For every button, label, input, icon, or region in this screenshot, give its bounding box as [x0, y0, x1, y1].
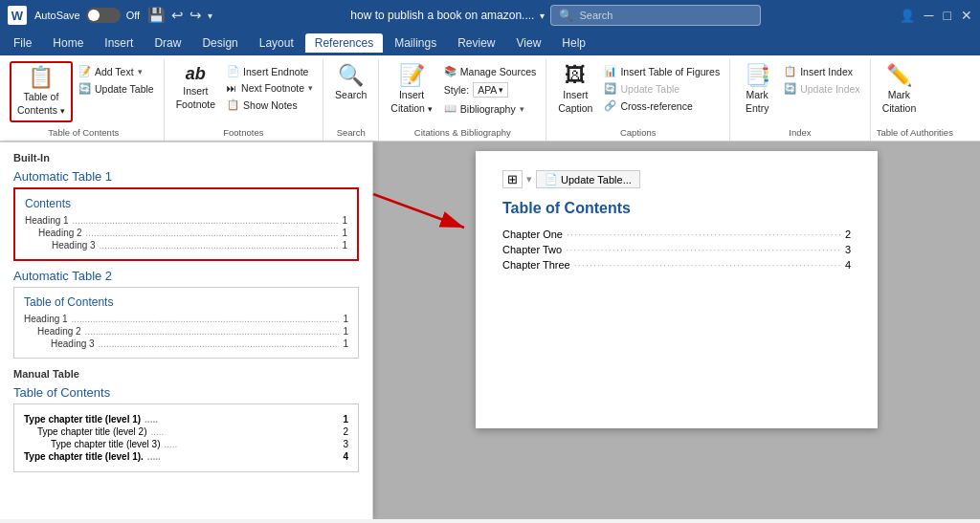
share-icon[interactable]: 👤: [900, 9, 915, 23]
update-table-icon-doc: 📄: [545, 173, 558, 185]
mark-citation-icon: ✏️: [886, 65, 912, 86]
menu-item-home[interactable]: Home: [43, 33, 93, 53]
dropdown-icon[interactable]: ▾: [208, 11, 212, 21]
doc-page-toolbar: ⊞ ▾ 📄 Update Table...: [502, 170, 851, 188]
captions-sub-buttons: 📊 Insert Table of Figures 🔄 Update Table…: [600, 61, 724, 114]
menu-item-references[interactable]: References: [305, 33, 383, 53]
save-icon[interactable]: 💾: [147, 7, 166, 24]
auto-table-2-preview[interactable]: Table of Contents Heading 1 ............…: [13, 287, 359, 359]
quick-access-toolbar: 💾 ↩ ↪ ▾: [147, 7, 212, 24]
update-table-button[interactable]: 🔄 Update Table: [75, 80, 158, 97]
update-table-button[interactable]: 📄 Update Table...: [536, 170, 640, 188]
mark-citation-group-label: Table of Authorities: [877, 125, 953, 141]
toc-icon: 📋: [28, 67, 54, 88]
citations-sub-buttons: 📚 Manage Sources Style: APA ▾ 📖 Bibliogr…: [440, 61, 540, 117]
mark-citation-label: MarkCitation: [882, 89, 917, 115]
insert-table-figures-button[interactable]: 📊 Insert Table of Figures: [600, 63, 724, 79]
footnote-icon: ab: [186, 65, 206, 82]
style-combo[interactable]: Style: APA ▾: [440, 80, 540, 99]
bibliography-icon: 📖: [444, 102, 457, 115]
restore-icon[interactable]: □: [944, 8, 951, 23]
title-dropdown-icon[interactable]: ▾: [540, 11, 545, 21]
update-caption-table-button[interactable]: 🔄 Update Table: [600, 80, 724, 97]
auto-table-1-row-1: Heading 2 ..............................…: [25, 227, 347, 239]
menu-item-mailings[interactable]: Mailings: [385, 33, 446, 53]
citation-label: InsertCitation ▾: [390, 89, 433, 115]
main-area: Built-In Automatic Table 1 Contents Head…: [0, 142, 980, 519]
menu-item-layout[interactable]: Layout: [250, 33, 303, 53]
auto-table-1-title: Automatic Table 1: [13, 169, 359, 184]
apa-dropdown-arrow: ▾: [499, 85, 503, 95]
autosave-toggle[interactable]: [86, 8, 121, 23]
minimize-icon[interactable]: ─: [924, 8, 934, 23]
manage-sources-button[interactable]: 📚 Manage Sources: [440, 63, 540, 79]
menu-item-insert[interactable]: Insert: [95, 33, 143, 53]
auto-table-1-row-2: Heading 3 ..............................…: [25, 239, 347, 251]
auto-table-1-preview[interactable]: Contents Heading 1 .....................…: [13, 187, 359, 261]
title-search-bar[interactable]: 🔍 Search: [550, 5, 761, 26]
captions-group-label: Captions: [552, 125, 724, 141]
menu-item-review[interactable]: Review: [448, 33, 504, 53]
title-bar-center: how to publish a book on amazon.... ▾ 🔍 …: [220, 5, 891, 26]
chapter-two-num: 3: [845, 244, 851, 255]
manual-table-label: Manual Table: [13, 368, 359, 380]
chapter-two-dots: ········································…: [566, 244, 841, 255]
ribbon: 📋 Table ofContents ▾ 📝 Add Text ▾ 🔄 Upda…: [0, 55, 980, 142]
style-label: Style:: [444, 84, 469, 96]
chapter-three-dots: ········································…: [574, 259, 841, 271]
auto-table-2-heading: Table of Contents: [24, 295, 348, 309]
table-figures-icon: 📊: [604, 65, 616, 77]
auto-table-2-section: Automatic Table 2 Table of Contents Head…: [13, 269, 359, 359]
manual-row-3: Type chapter title (level 1). ..... 4: [24, 451, 348, 462]
chapter-one-dots: ········································…: [567, 229, 841, 240]
search-button[interactable]: 🔍 Search: [329, 61, 372, 106]
show-notes-button[interactable]: 📋 Show Notes: [223, 97, 317, 113]
chapter-three-text: Chapter Three: [502, 259, 570, 271]
insert-footnote-button[interactable]: ab InsertFootnote: [170, 61, 221, 115]
bibliography-button[interactable]: 📖 Bibliography ▾: [440, 100, 540, 117]
next-footnote-button[interactable]: ⏭ Next Footnote ▾: [223, 80, 317, 96]
mark-entry-button[interactable]: 📑 MarkEntry: [736, 61, 778, 119]
chapter-two-text: Chapter Two: [502, 244, 562, 255]
citation-icon: 📝: [399, 65, 425, 86]
manual-row-0: Type chapter title (level 1) ..... 1: [24, 414, 348, 425]
footnotes-sub-buttons: 📄 Insert Endnote ⏭ Next Footnote ▾ 📋 Sho…: [223, 61, 317, 113]
show-notes-icon: 📋: [227, 98, 239, 111]
search-ribbon-label: Search: [335, 89, 367, 102]
add-text-button[interactable]: 📝 Add Text ▾: [75, 63, 158, 79]
ribbon-group-search: 🔍 Search Search: [323, 59, 379, 141]
menu-item-design[interactable]: Design: [192, 33, 247, 53]
index-sub-buttons: 📋 Insert Index 🔄 Update Index: [780, 61, 863, 97]
apa-style-selector[interactable]: APA ▾: [473, 82, 508, 98]
ribbon-group-citations: 📝 InsertCitation ▾ 📚 Manage Sources Styl…: [379, 59, 546, 141]
menu-item-help[interactable]: Help: [552, 33, 595, 53]
auto-table-1-heading: Contents: [25, 197, 347, 210]
menu-item-file[interactable]: File: [4, 33, 41, 53]
undo-icon[interactable]: ↩: [171, 7, 184, 24]
table-of-contents-button[interactable]: 📋 Table ofContents ▾: [10, 61, 73, 122]
insert-index-button[interactable]: 📋 Insert Index: [780, 63, 863, 79]
manual-table-preview[interactable]: Type chapter title (level 1) ..... 1 Typ…: [13, 403, 359, 472]
doc-toc-row-2: Chapter Three ··························…: [502, 257, 851, 272]
redo-icon[interactable]: ↪: [189, 7, 202, 24]
menu-item-draw[interactable]: Draw: [145, 33, 190, 53]
chapter-one-num: 2: [845, 229, 851, 240]
cross-reference-button[interactable]: 🔗 Cross-reference: [600, 98, 724, 114]
menu-item-view[interactable]: View: [507, 33, 551, 53]
cross-ref-icon: 🔗: [604, 99, 616, 112]
index-group-label: Index: [736, 125, 863, 141]
insert-endnote-button[interactable]: 📄 Insert Endnote: [223, 63, 317, 79]
mark-citation-button[interactable]: ✏️ MarkCitation: [877, 61, 923, 119]
footnotes-group-label: Footnotes: [170, 125, 317, 141]
update-index-button[interactable]: 🔄 Update Index: [780, 80, 863, 97]
toggle-knob: [88, 10, 100, 21]
insert-caption-button[interactable]: 🖼 InsertCaption: [552, 61, 598, 119]
search-ribbon-icon: 🔍: [338, 65, 364, 86]
close-icon[interactable]: ✕: [961, 8, 972, 23]
autosave-state: Off: [126, 10, 140, 21]
insert-citation-button[interactable]: 📝 InsertCitation ▾: [385, 61, 438, 119]
next-footnote-icon: ⏭: [227, 82, 237, 94]
doc-page: ⊞ ▾ 📄 Update Table... Table of Contents …: [476, 151, 878, 428]
title-bar-icons: 👤 ─ □ ✕: [900, 8, 972, 23]
manual-table-section: Table of Contents Type chapter title (le…: [13, 385, 359, 472]
